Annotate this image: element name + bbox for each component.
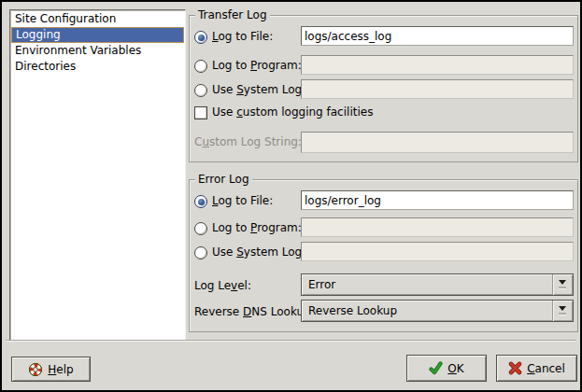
custom-logging-facilities-checkbox[interactable] [194, 106, 207, 119]
sidebar-item-site-configuration[interactable]: Site Configuration [11, 11, 184, 27]
ok-button-label: OK [447, 362, 463, 375]
help-button-label: Help [48, 363, 73, 376]
custom-logging-facilities-label: Use custom logging facilities [212, 105, 373, 119]
error-log-to-program-label: Log to Program: [212, 220, 302, 235]
error-log-program-input [301, 217, 574, 237]
sidebar-item-environment-variables[interactable]: Environment Variables [11, 43, 184, 59]
transfer-use-system-log-radio[interactable] [194, 84, 207, 97]
radio-dot [198, 199, 205, 205]
dropdown-arrow-icon[interactable] [552, 301, 573, 321]
transfer-system-log-input [301, 79, 574, 99]
x-icon [508, 361, 522, 375]
transfer-use-system-log-label: Use System Log: [212, 82, 305, 97]
transfer-log-to-program-radio[interactable] [194, 60, 207, 73]
reverse-dns-lookup-select[interactable]: Reverse Lookup [301, 300, 574, 322]
logging-settings-window: Site Configuration Logging Environment V… [0, 0, 582, 392]
transfer-log-to-program-label: Log to Program: [212, 58, 302, 73]
log-level-label: Log Level: [194, 278, 251, 293]
bottom-separator [6, 340, 576, 342]
custom-log-string-label: Custom Log String: [194, 134, 302, 149]
help-button[interactable]: Help [11, 357, 91, 382]
reverse-dns-lookup-value: Reverse Lookup [308, 304, 397, 317]
dropdown-arrow-icon[interactable] [552, 274, 573, 295]
transfer-log-to-file-radio[interactable] [194, 31, 207, 44]
sidebar-item-logging[interactable]: Logging [11, 27, 184, 43]
transfer-log-to-file-label: Log to File: [212, 29, 273, 44]
life-buoy-icon [28, 362, 43, 377]
error-system-log-input [301, 242, 574, 261]
error-use-system-log-label: Use System Log: [212, 245, 305, 259]
transfer-log-frame-title: Transfer Log [195, 8, 270, 21]
check-icon [429, 361, 443, 375]
error-use-system-log-radio[interactable] [194, 246, 207, 259]
radio-dot [198, 35, 205, 41]
cancel-button[interactable]: Cancel [496, 355, 577, 382]
cancel-button-label: Cancel [527, 362, 565, 375]
reverse-dns-lookup-label: Reverse DNS Lookup: [194, 304, 315, 319]
error-log-to-file-radio[interactable] [194, 195, 207, 208]
sidebar-item-directories[interactable]: Directories [11, 59, 184, 75]
error-log-frame-title: Error Log [195, 173, 252, 186]
log-level-select[interactable]: Error [301, 273, 574, 296]
error-log-file-input[interactable] [301, 190, 574, 210]
custom-log-string-input [301, 132, 574, 153]
error-log-to-file-label: Log to File: [212, 193, 273, 208]
log-level-value: Error [308, 278, 335, 291]
config-section-list[interactable]: Site Configuration Logging Environment V… [9, 9, 186, 341]
transfer-log-program-input [301, 55, 574, 75]
transfer-log-file-input[interactable] [301, 26, 574, 46]
error-log-to-program-radio[interactable] [194, 222, 207, 235]
ok-button[interactable]: OK [406, 355, 487, 382]
